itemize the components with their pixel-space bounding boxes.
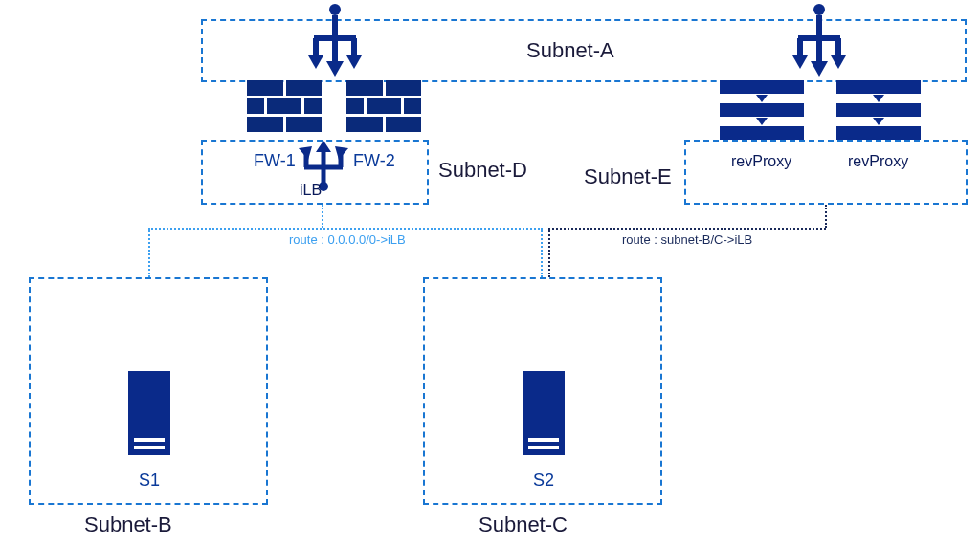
server-icon <box>523 371 565 455</box>
route-line <box>148 228 543 230</box>
route-line <box>541 228 543 277</box>
ilb-label: iLB <box>300 182 322 199</box>
route-light-label: route : 0.0.0.0/0->iLB <box>289 232 406 247</box>
load-balancer-icon <box>792 2 846 82</box>
subnet-a-label: Subnet-A <box>526 38 614 63</box>
route-line <box>548 228 826 230</box>
svg-marker-17 <box>831 55 846 69</box>
subnet-e-box <box>684 140 968 205</box>
route-line <box>322 205 323 228</box>
svg-marker-13 <box>792 55 808 69</box>
route-dark-label: route : subnet-B/C->iLB <box>622 232 752 247</box>
firewall-icon <box>247 80 322 136</box>
revproxy-left-label: revProxy <box>731 153 791 170</box>
revproxy-icon <box>720 80 804 140</box>
svg-marker-19 <box>316 141 331 152</box>
route-line <box>148 228 150 277</box>
subnet-b-label: Subnet-B <box>84 513 172 537</box>
revproxy-right-label: revProxy <box>848 153 908 170</box>
subnet-d-label: Subnet-D <box>438 158 527 183</box>
subnet-e-label: Subnet-E <box>584 164 672 189</box>
fw2-label: FW-2 <box>353 151 395 171</box>
svg-point-0 <box>329 4 341 15</box>
firewall-icon <box>346 80 421 136</box>
svg-marker-4 <box>308 55 323 69</box>
svg-marker-6 <box>326 61 344 77</box>
svg-point-9 <box>813 4 825 15</box>
s2-label: S2 <box>533 470 554 491</box>
s1-label: S1 <box>139 470 160 491</box>
revproxy-icon <box>836 80 921 140</box>
subnet-c-label: Subnet-C <box>479 513 568 537</box>
svg-marker-8 <box>346 55 362 69</box>
fw1-label: FW-1 <box>254 151 296 171</box>
svg-marker-15 <box>811 61 828 77</box>
load-balancer-icon <box>308 2 362 82</box>
route-line <box>825 205 827 228</box>
server-icon <box>128 371 170 455</box>
route-line <box>548 228 550 277</box>
